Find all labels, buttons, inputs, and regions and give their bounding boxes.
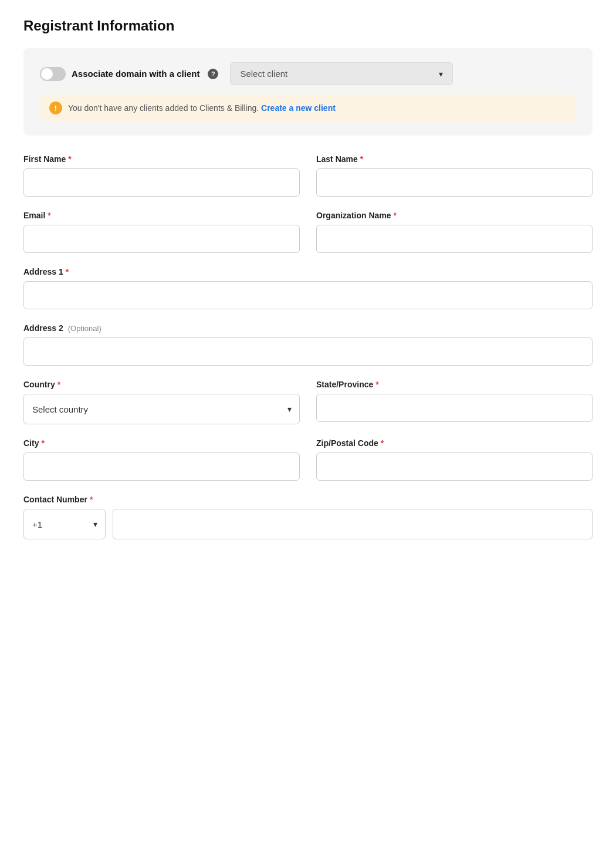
first-name-input[interactable] <box>23 168 300 197</box>
city-zip-row: City * Zip/Postal Code * <box>23 438 593 481</box>
org-name-input[interactable] <box>316 225 593 253</box>
select-client-label: Select client <box>240 69 287 79</box>
city-required: * <box>41 438 44 448</box>
contact-number-row: Contact Number * +1 ▾ <box>23 495 593 539</box>
address1-row: Address 1 * <box>23 267 593 309</box>
address1-input[interactable] <box>23 281 593 309</box>
notice-box: ! You don't have any clients added to Cl… <box>40 94 576 121</box>
phone-prefix-select-wrapper: +1 ▾ <box>23 509 106 539</box>
associate-row: Associate domain with a client ? Select … <box>40 62 576 85</box>
last-name-required: * <box>360 154 363 164</box>
phone-number-input[interactable] <box>113 509 593 539</box>
name-row: First Name * Last Name * <box>23 154 593 197</box>
create-new-client-link[interactable]: Create a new client <box>261 103 336 113</box>
toggle-wrapper: Associate domain with a client ? <box>40 67 218 81</box>
state-input[interactable] <box>316 394 593 422</box>
state-group: State/Province * <box>316 380 593 424</box>
page-title: Registrant Information <box>23 18 593 34</box>
address1-group: Address 1 * <box>23 267 593 309</box>
warning-icon: ! <box>49 102 62 114</box>
city-label: City * <box>23 438 300 448</box>
notice-text: You don't have any clients added to Clie… <box>68 103 336 113</box>
address2-group: Address 2 (Optional) <box>23 323 593 366</box>
first-name-label: First Name * <box>23 154 300 164</box>
email-label: Email * <box>23 211 300 220</box>
address2-input[interactable] <box>23 337 593 366</box>
city-group: City * <box>23 438 300 481</box>
last-name-input[interactable] <box>316 168 593 197</box>
chevron-down-icon: ▾ <box>439 69 443 79</box>
zip-required: * <box>381 438 384 448</box>
phone-prefix-wrapper: +1 ▾ <box>23 509 106 539</box>
state-label: State/Province * <box>316 380 593 389</box>
email-org-row: Email * Organization Name * <box>23 211 593 253</box>
form-section: First Name * Last Name * Email * Organiz… <box>23 154 593 539</box>
contact-number-label: Contact Number * <box>23 495 593 504</box>
country-label: Country * <box>23 380 300 389</box>
zip-group: Zip/Postal Code * <box>316 438 593 481</box>
last-name-group: Last Name * <box>316 154 593 197</box>
phone-prefix-select[interactable]: +1 <box>23 509 106 539</box>
address2-label: Address 2 (Optional) <box>23 323 593 333</box>
address1-label: Address 1 * <box>23 267 593 276</box>
address2-optional: (Optional) <box>68 324 101 333</box>
phone-row: +1 ▾ <box>23 509 593 539</box>
country-group: Country * Select country ▾ <box>23 380 300 424</box>
last-name-label: Last Name * <box>316 154 593 164</box>
associate-domain-section: Associate domain with a client ? Select … <box>23 48 593 136</box>
city-input[interactable] <box>23 452 300 481</box>
associate-label: Associate domain with a client <box>72 69 199 79</box>
contact-required: * <box>90 495 93 504</box>
org-name-label: Organization Name * <box>316 211 593 220</box>
associate-toggle[interactable] <box>40 67 66 81</box>
org-name-group: Organization Name * <box>316 211 593 253</box>
email-group: Email * <box>23 211 300 253</box>
zip-label: Zip/Postal Code * <box>316 438 593 448</box>
country-select[interactable]: Select country <box>23 394 300 424</box>
first-name-required: * <box>68 154 71 164</box>
first-name-group: First Name * <box>23 154 300 197</box>
country-required: * <box>57 380 60 389</box>
email-input[interactable] <box>23 225 300 253</box>
address2-row: Address 2 (Optional) <box>23 323 593 366</box>
address1-required: * <box>66 267 69 276</box>
country-state-row: Country * Select country ▾ State/Provinc… <box>23 380 593 424</box>
zip-input[interactable] <box>316 452 593 481</box>
help-icon[interactable]: ? <box>208 69 218 79</box>
org-name-required: * <box>394 211 397 220</box>
select-client-dropdown[interactable]: Select client ▾ <box>230 62 453 85</box>
contact-number-group: Contact Number * +1 ▾ <box>23 495 593 539</box>
email-required: * <box>48 211 50 220</box>
state-required: * <box>375 380 378 389</box>
phone-number-wrapper <box>113 509 593 539</box>
country-select-wrapper: Select country ▾ <box>23 394 300 424</box>
